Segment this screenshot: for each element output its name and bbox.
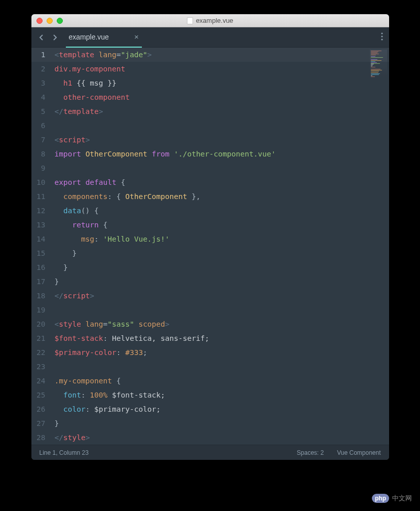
- window-controls: [36, 18, 63, 24]
- tab-active[interactable]: example.vue ×: [66, 27, 142, 48]
- svg-point-2: [381, 38, 383, 40]
- line-gutter: 1234567891011121314151617181920212223242…: [31, 48, 51, 445]
- status-position[interactable]: Line 1, Column 23: [40, 449, 89, 456]
- file-icon: [187, 17, 193, 24]
- close-icon[interactable]: [36, 18, 43, 24]
- tab-label: example.vue: [69, 33, 109, 41]
- code-line[interactable]: </template>: [51, 104, 364, 119]
- code-line[interactable]: return {: [51, 218, 364, 232]
- watermark: php 中文网: [372, 494, 412, 503]
- watermark-logo: php: [372, 494, 389, 503]
- code-line[interactable]: }: [51, 260, 364, 274]
- window-title: example.vue: [31, 17, 389, 24]
- tab-bar: example.vue ×: [31, 27, 389, 48]
- code-line[interactable]: other-component: [51, 90, 364, 104]
- code-line[interactable]: <script>: [51, 133, 364, 147]
- code-line[interactable]: [51, 161, 364, 175]
- code-line[interactable]: $font-stack: Helvetica, sans-serif;: [51, 331, 364, 345]
- editor-window: example.vue example.vue × 12345678910111…: [31, 14, 389, 460]
- code-content[interactable]: <template lang="jade">div.my-component h…: [51, 48, 389, 445]
- code-line[interactable]: components: { OtherComponent },: [51, 189, 364, 204]
- zoom-icon[interactable]: [57, 18, 63, 24]
- status-language[interactable]: Vue Component: [337, 449, 380, 456]
- code-line[interactable]: $primary-color: #333;: [51, 345, 364, 360]
- code-line[interactable]: }: [51, 274, 364, 289]
- window-title-text: example.vue: [196, 17, 234, 24]
- titlebar[interactable]: example.vue: [31, 14, 389, 27]
- status-spaces[interactable]: Spaces: 2: [297, 449, 324, 456]
- code-line[interactable]: }: [51, 416, 364, 430]
- more-menu-icon[interactable]: [378, 29, 386, 46]
- code-line[interactable]: export default {: [51, 175, 364, 189]
- code-line[interactable]: msg: 'Hello Vue.js!': [51, 232, 364, 246]
- nav-back-icon[interactable]: [35, 31, 48, 44]
- code-line[interactable]: [51, 360, 364, 374]
- code-line[interactable]: </script>: [51, 289, 364, 303]
- code-line[interactable]: }: [51, 246, 364, 260]
- code-line[interactable]: font: 100% $font-stack;: [51, 388, 364, 402]
- status-bar: Line 1, Column 23 Spaces: 2 Vue Componen…: [31, 445, 389, 460]
- code-line[interactable]: h1 {{ msg }}: [51, 76, 364, 90]
- code-line[interactable]: color: $primary-color;: [51, 402, 364, 416]
- minimize-icon[interactable]: [47, 18, 53, 24]
- nav-forward-icon[interactable]: [49, 31, 61, 44]
- svg-point-0: [381, 32, 383, 34]
- code-line[interactable]: data() {: [51, 204, 364, 218]
- svg-point-1: [381, 35, 383, 37]
- tab-close-icon[interactable]: ×: [134, 32, 139, 41]
- code-line[interactable]: .my-component {: [51, 374, 364, 388]
- nav-arrows: [33, 31, 63, 44]
- code-line[interactable]: [51, 303, 364, 317]
- code-line[interactable]: [51, 119, 364, 133]
- code-line[interactable]: </style>: [51, 430, 364, 445]
- code-line[interactable]: import OtherComponent from './other-comp…: [51, 147, 364, 161]
- code-line[interactable]: div.my-component: [51, 62, 364, 76]
- editor-area[interactable]: 1234567891011121314151617181920212223242…: [31, 48, 389, 445]
- code-line[interactable]: <style lang="sass" scoped>: [51, 317, 364, 331]
- watermark-text: 中文网: [392, 494, 412, 503]
- code-line[interactable]: <template lang="jade">: [51, 48, 364, 62]
